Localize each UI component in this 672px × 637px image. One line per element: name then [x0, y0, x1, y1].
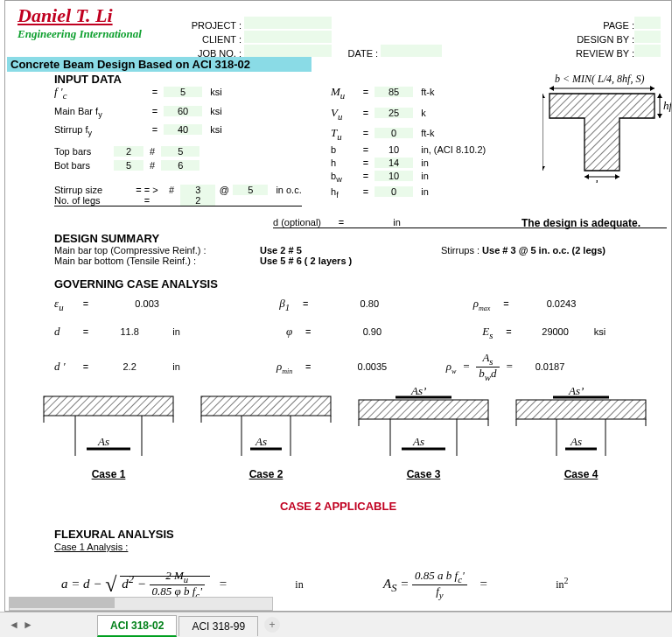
tab-nav-next[interactable]: ►	[21, 616, 35, 634]
field-designby[interactable]	[634, 31, 661, 43]
field-page[interactable]	[634, 17, 661, 29]
unit: in	[388, 217, 401, 228]
tsection-svg: h hf bw	[542, 78, 672, 183]
label-designby: DESIGN BY :	[564, 34, 634, 45]
val-d: 11.8	[94, 326, 164, 337]
label-botbars: Bot bars	[54, 160, 111, 171]
label-Vu: Vu	[331, 106, 357, 122]
field-project[interactable]	[244, 17, 332, 29]
unit: in	[167, 326, 202, 337]
lbl-d: d	[54, 325, 77, 339]
field-client[interactable]	[244, 31, 332, 43]
lbl-phi: φ	[205, 325, 292, 339]
label-top-reinf: Main bar top (Compressive Reinf.) :	[54, 245, 257, 256]
input-mainbar-fy[interactable]: 60	[164, 106, 202, 116]
eq: =	[149, 87, 161, 97]
sheet-tabbar: ◄ ► ACI 318-02 ACI 318-99 +	[0, 612, 672, 637]
eq: =	[360, 144, 372, 155]
unit: ksi	[205, 124, 221, 135]
case4-svg: As’ As	[511, 388, 651, 466]
input-right: Mu = 85 ft-k Vu = 25 k Tu = 0 ft-k b = 1…	[331, 85, 486, 206]
input-botbars-count[interactable]: 5	[114, 160, 144, 171]
unit: in	[416, 171, 429, 181]
label-mainbar-fy: Main Bar fy	[54, 106, 146, 119]
svg-rect-31	[359, 400, 488, 419]
label-case1: Case 1	[38, 468, 178, 480]
svg-text:hf: hf	[663, 99, 672, 112]
unit: k	[416, 108, 426, 118]
input-topbars-count[interactable]: 2	[114, 146, 144, 157]
heading-summary: DESIGN SUMMARY	[54, 232, 352, 245]
input-Tu[interactable]: 0	[374, 128, 413, 138]
lbl-rhomax: ρmax	[420, 297, 490, 312]
svg-rect-17	[44, 396, 173, 416]
input-h[interactable]: 14	[374, 158, 413, 168]
logo-block: Daniel T. Li Engineering International	[18, 4, 142, 41]
field-reviewby[interactable]	[634, 45, 661, 57]
eq: =	[149, 106, 161, 116]
lbl-Es: Es	[423, 325, 493, 340]
diagram-case3: As’ As Case 3	[354, 388, 494, 493]
label-case2: Case 2	[196, 468, 336, 480]
sym-hash: #	[146, 146, 158, 157]
svg-text:As: As	[97, 435, 109, 448]
tab-aci-318-99[interactable]: ACI 318-99	[178, 616, 258, 636]
val-rhomax: 0.0243	[522, 298, 601, 309]
eq: =	[360, 158, 372, 168]
formula-As: AS = 0.85 a b fc' fy = in2	[383, 570, 568, 600]
diagram-case4: As’ As Case 4	[511, 388, 651, 493]
arrow: = = >	[131, 185, 163, 195]
eq: =	[335, 217, 347, 228]
project-header-right: PAGE : DESIGN BY : REVIEW BY :	[564, 17, 661, 59]
design-summary: DESIGN SUMMARY Main bar top (Compressive…	[54, 232, 352, 266]
label-page: PAGE :	[564, 20, 634, 31]
eq: =	[292, 298, 318, 309]
tab-nav-first[interactable]: ◄	[7, 616, 21, 634]
svg-marker-10	[657, 114, 662, 118]
input-botbars-size[interactable]: 6	[161, 160, 200, 171]
val-dprime: 2.2	[94, 361, 164, 372]
input-bw[interactable]: 10	[374, 171, 413, 181]
eq: =	[295, 326, 321, 337]
input-Vu[interactable]: 25	[374, 108, 413, 118]
value-b: 10	[374, 144, 413, 155]
tab-add-button[interactable]: +	[264, 617, 280, 633]
field-date[interactable]	[381, 45, 442, 57]
input-topbars-size[interactable]: 5	[161, 146, 200, 157]
eq: =	[502, 360, 517, 373]
input-hf[interactable]: 0	[374, 186, 413, 197]
svg-text:As: As	[412, 435, 424, 448]
svg-text:As: As	[570, 435, 582, 448]
label-stirrup-fy: Stirrup fy	[54, 124, 146, 137]
lbl-rhomin: ρmin	[205, 360, 292, 375]
case3-svg: As’ As	[354, 388, 494, 466]
label-b: b	[331, 144, 357, 155]
heading-flexural: FLEXURAL ANALYSIS	[54, 528, 174, 541]
diagram-case1: As Case 1	[38, 388, 178, 493]
label-project: PROJECT :	[172, 20, 242, 31]
hscrollbar[interactable]	[9, 597, 273, 611]
input-nolegs[interactable]: 2	[180, 195, 215, 206]
unit: ksi	[205, 87, 221, 97]
input-stirrupsize[interactable]: 3	[180, 185, 215, 195]
unit: in	[416, 186, 429, 197]
input-Mu[interactable]: 85	[374, 87, 413, 97]
label-h: h	[331, 158, 357, 168]
eq: =	[360, 171, 372, 181]
tab-aci-318-02[interactable]: ACI 318-02	[97, 615, 177, 637]
unit: in o.c.	[270, 185, 301, 195]
case1-svg: As	[38, 388, 178, 466]
field-jobno[interactable]	[244, 45, 332, 57]
input-left: f 'c = 5 ksi Main Bar fy = 60 ksi Stirru…	[54, 85, 302, 206]
label-case3: Case 3	[354, 468, 494, 480]
svg-text:As: As	[255, 435, 267, 448]
eq: =	[149, 124, 161, 135]
scroll-thumb[interactable]	[10, 598, 115, 608]
case-applicable: CASE 2 APPLICABLE	[5, 500, 671, 513]
input-stirrup-fy[interactable]: 40	[164, 124, 202, 135]
input-fc[interactable]: 5	[164, 87, 202, 97]
svg-text:As’: As’	[568, 388, 584, 397]
eq: =	[360, 87, 372, 97]
input-stirrupspacing[interactable]: 5	[233, 185, 268, 195]
unit: in	[167, 361, 202, 372]
